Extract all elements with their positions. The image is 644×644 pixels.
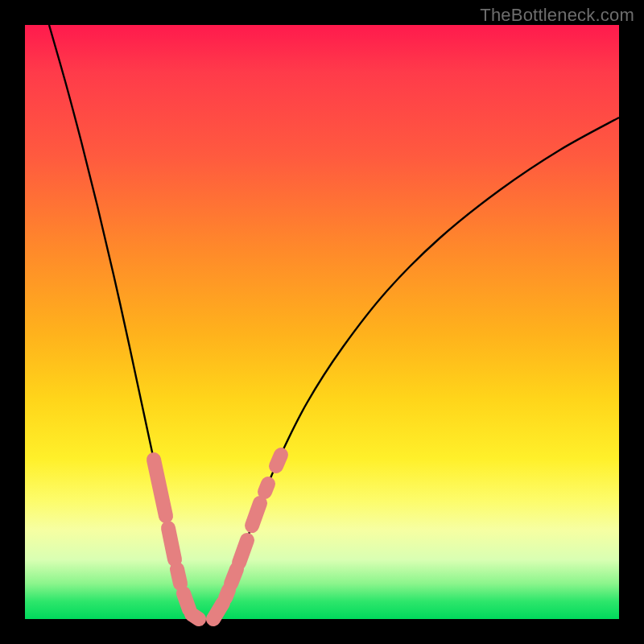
plot-area <box>25 25 619 619</box>
curve-layer <box>25 25 619 619</box>
watermark-text: TheBottleneck.com <box>480 5 634 26</box>
bead-segment <box>168 528 175 559</box>
curve-right-curve <box>214 118 619 619</box>
bead-segment <box>252 503 260 526</box>
bead-segment <box>231 569 237 584</box>
bead-segment <box>276 455 281 466</box>
bead-segment <box>239 540 247 563</box>
bead-segment <box>177 569 180 584</box>
bead-segment <box>192 614 199 619</box>
bead-segment <box>184 593 189 609</box>
bead-segment <box>265 484 268 492</box>
chart-frame: TheBottleneck.com <box>0 0 644 644</box>
bead-segment <box>213 603 223 619</box>
bead-segment <box>225 590 229 598</box>
bead-segment <box>154 460 166 516</box>
